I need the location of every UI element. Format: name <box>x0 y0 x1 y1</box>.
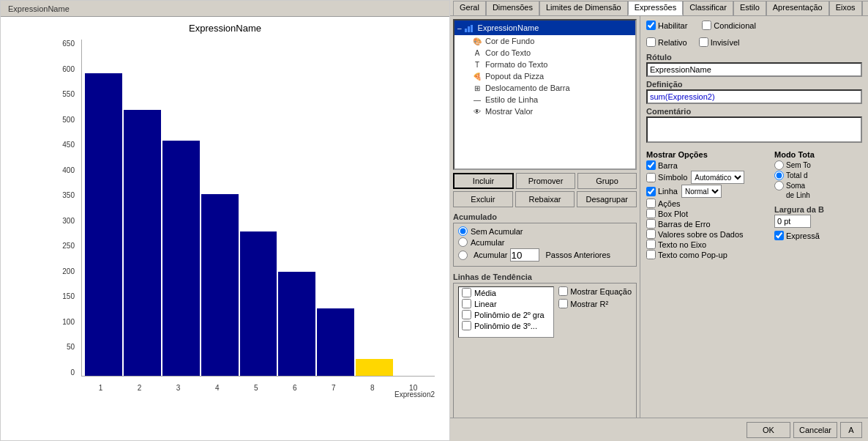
definicao-input[interactable] <box>646 89 862 104</box>
tab-apresentação[interactable]: Apresentação <box>766 1 829 15</box>
linha-select[interactable]: Normal <box>681 185 722 198</box>
tab-estilo[interactable]: Estilo <box>733 1 766 15</box>
svg-rect-0 <box>465 29 467 32</box>
trend-item-1[interactable]: Linear <box>459 298 553 309</box>
texto-popup-label: Texto como Pop-up <box>658 251 727 259</box>
barras-erro-checkbox[interactable] <box>646 219 656 229</box>
texto-popup-checkbox[interactable] <box>646 250 656 259</box>
texto-eixo-checkbox[interactable] <box>646 240 656 249</box>
barra-option: Barra <box>646 160 768 170</box>
texto-popup-option: Texto como Pop-up <box>646 250 768 259</box>
button-row-1: Incluir Promover Grupo <box>453 173 637 189</box>
soma-label: Soma <box>786 182 805 190</box>
expressao-label: Expressã <box>786 231 820 240</box>
simbolo-label: Símbolo <box>658 173 687 182</box>
tab-limites-de-dimensão[interactable]: Limites de Dimensão <box>539 1 628 15</box>
invisivel-checkbox[interactable] <box>699 37 708 47</box>
cancelar-button[interactable]: Cancelar <box>793 422 837 438</box>
desagrupar-button[interactable]: Desagrupar <box>577 191 637 207</box>
expressao-checkbox[interactable] <box>774 231 784 240</box>
steps-input[interactable] <box>510 248 539 262</box>
trend-item-0[interactable]: Média <box>459 287 553 298</box>
barra-checkbox[interactable] <box>646 160 656 170</box>
box-plot-checkbox[interactable] <box>646 209 656 218</box>
bar-chart-icon <box>464 22 476 34</box>
tree-root-item[interactable]: – ExpressionName <box>454 21 635 35</box>
linha-checkbox[interactable] <box>646 187 656 196</box>
mostrar-equacao-checkbox[interactable] <box>558 286 568 296</box>
habilitar-label: Habilitar <box>658 21 687 30</box>
sub-icon-1: A <box>472 48 482 58</box>
soma-radio[interactable] <box>774 181 784 190</box>
acumular-steps-radio[interactable] <box>458 251 468 260</box>
acoes-label: Ações <box>658 199 681 208</box>
tab-expressões[interactable]: Expressões <box>628 1 683 15</box>
y-axis-labels: 050100150200250300350400450500550600650 <box>41 40 78 377</box>
trend-checkbox-1[interactable] <box>462 299 471 308</box>
tab-eixos[interactable]: Eixos <box>829 1 862 15</box>
tab-cores[interactable]: Cores <box>862 1 868 15</box>
total-d-radio[interactable] <box>774 171 784 180</box>
chart-container: ExpressionName ExpressionName 0501001502… <box>0 0 450 441</box>
y-label-100: 100 <box>62 318 75 326</box>
x-label-1: 1 <box>99 384 103 392</box>
definicao-label: Definição <box>646 80 862 89</box>
acoes-checkbox[interactable] <box>646 199 656 208</box>
promover-button[interactable]: Promover <box>516 173 575 189</box>
tab-classificar[interactable]: Classificar <box>683 1 733 15</box>
trend-item-2[interactable]: Polinômio de 2º gra <box>459 309 553 320</box>
trend-item-3[interactable]: Polinômio de 3º... <box>459 320 553 331</box>
ok-button[interactable]: OK <box>747 422 790 438</box>
tree-sub-item-1[interactable]: ACor do Texto <box>469 47 635 59</box>
mostrar-r2-checkbox[interactable] <box>558 299 568 308</box>
sem-to-label: Sem To <box>786 161 811 169</box>
bar-1 <box>124 110 161 376</box>
relativo-row: Relativo <box>646 37 687 47</box>
tree-sub-item-6[interactable]: 👁Mostrar Valor <box>469 105 635 117</box>
expression2-label: Expression2 <box>394 390 435 399</box>
tree-sub-item-2[interactable]: TFormato do Texto <box>469 59 635 70</box>
trend-right: Mostrar Equação Mostrar R² <box>558 286 632 341</box>
acoes-option: Ações <box>646 199 768 208</box>
incluir-button[interactable]: Incluir <box>453 173 514 189</box>
bottom-buttons: OK Cancelar A <box>450 418 868 441</box>
trend-checkbox-3[interactable] <box>462 321 471 330</box>
tree-sub-item-4[interactable]: ⊞Deslocamento de Barra <box>469 82 635 94</box>
relativo-checkbox[interactable] <box>646 37 656 47</box>
acumular-radio[interactable] <box>458 237 468 247</box>
tree-sub-item-0[interactable]: 🎨Cor de Fundo <box>469 35 635 47</box>
rebaixar-button[interactable]: Rebaixar <box>515 191 575 207</box>
simbolo-checkbox[interactable] <box>646 173 656 182</box>
habilitar-row: Habilitar <box>646 21 687 30</box>
rotulo-input[interactable] <box>646 62 862 77</box>
tree-sub-item-5[interactable]: —Estilo de Linha <box>469 94 635 105</box>
trend-checkbox-0[interactable] <box>462 288 471 297</box>
grupo-button[interactable]: Grupo <box>577 173 637 189</box>
habilitar-checkbox[interactable] <box>646 21 656 30</box>
valores-dados-checkbox[interactable] <box>646 229 656 239</box>
bar-7 <box>356 359 393 376</box>
comentario-input[interactable] <box>646 116 862 143</box>
excluir-button[interactable]: Excluir <box>453 191 513 207</box>
chart-header: ExpressionName <box>1 1 449 17</box>
right-panel: Habilitar Condicional Relativo Invisível… <box>640 16 868 441</box>
modo-sem-to: Sem To <box>774 160 862 170</box>
sem-acumular-radio[interactable] <box>458 226 468 236</box>
condicional-checkbox[interactable] <box>702 21 711 30</box>
tab-geral[interactable]: Geral <box>453 1 486 15</box>
tree-sub-item-3[interactable]: 🍕Popout da Pizza <box>469 70 635 82</box>
aplicar-button[interactable]: A <box>840 422 862 438</box>
texto-eixo-label: Texto no Eixo <box>658 240 706 249</box>
de-linh-label: de Linh <box>774 191 862 199</box>
largura-barra-input[interactable] <box>774 215 811 228</box>
simbolo-select[interactable]: Automático <box>691 171 744 184</box>
chart-header-label: ExpressionName <box>8 4 70 13</box>
tab-dimensões[interactable]: Dimensões <box>486 1 539 15</box>
sem-to-radio[interactable] <box>774 160 784 170</box>
trend-checkbox-2[interactable] <box>462 310 471 319</box>
y-label-500: 500 <box>62 116 75 124</box>
passos-anteriores-label: Passos Anteriores <box>545 251 610 259</box>
tree-root-label: ExpressionName <box>478 23 539 32</box>
svg-rect-1 <box>468 26 470 32</box>
acumular-steps-label: Acumular <box>474 251 507 259</box>
